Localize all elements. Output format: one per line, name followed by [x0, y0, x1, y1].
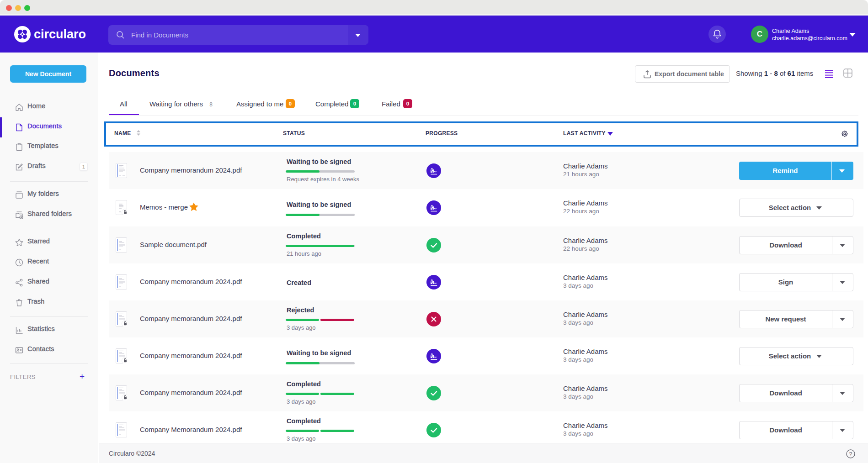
svg-text:?: ?: [849, 451, 852, 458]
